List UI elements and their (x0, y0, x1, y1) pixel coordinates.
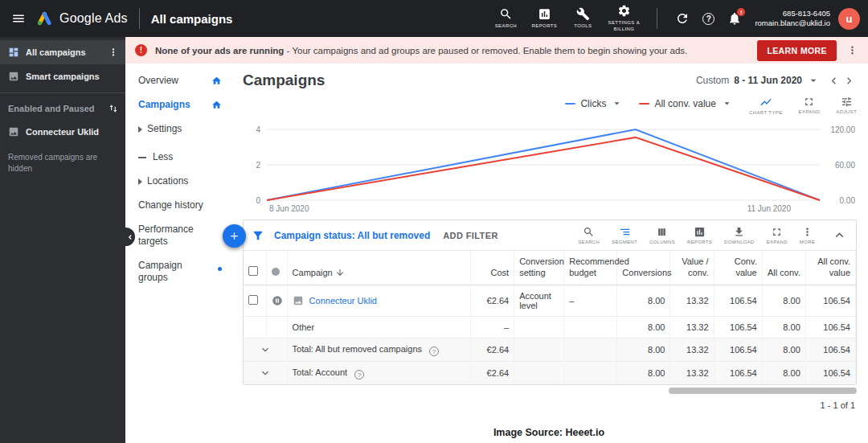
avatar[interactable]: u (838, 8, 860, 30)
cell-recommended-budget: – (564, 285, 617, 316)
menu-icon[interactable] (6, 6, 31, 31)
add-campaign-button[interactable] (223, 224, 246, 248)
row-checkbox[interactable] (248, 295, 258, 305)
chart-plot-svg (267, 125, 820, 202)
learn-more-button[interactable]: LEARN MORE (757, 40, 837, 61)
topbar: Google Ads All campaigns SEARCH REPORTS … (0, 0, 868, 37)
column-conv-value[interactable]: Conv. value (714, 251, 762, 285)
table-row-other: Other – 8.00 13.32 106.54 8.00 106.54 (244, 316, 856, 338)
chart-type-button[interactable]: CHART TYPE (749, 96, 783, 115)
refresh-icon[interactable] (675, 11, 690, 26)
horizontal-scrollbar[interactable] (243, 388, 857, 394)
status-dot-icon[interactable] (272, 268, 280, 276)
paused-status-icon[interactable] (272, 295, 283, 306)
topbar-actions: SEARCH REPORTS TOOLS SETTINGS & BILLING … (486, 2, 860, 35)
cell-cost: €2.64 (471, 285, 514, 316)
campaign-groups-label: Campaign groups (138, 260, 213, 284)
help-icon[interactable]: ? (354, 370, 364, 379)
select-all-checkbox[interactable] (248, 266, 258, 276)
banner-message-rest: - Your campaigns and ad groups are pause… (287, 46, 688, 55)
subnav-item-locations[interactable]: Locations (138, 175, 222, 187)
scrollbar-thumb[interactable] (669, 388, 857, 394)
chevron-right-icon (138, 178, 142, 185)
chevron-down-icon[interactable] (260, 367, 271, 379)
reports-nav-button[interactable]: REPORTS (525, 6, 563, 31)
help-icon[interactable]: ? (429, 347, 439, 356)
column-recommended-budget[interactable]: Recommended budget (564, 251, 617, 285)
cell-all-conv-value: 106.54 (805, 285, 855, 316)
image-source-caption: Image Source: Heeet.io (493, 427, 604, 438)
plus-icon (228, 230, 240, 242)
subnav-item-change-history[interactable]: Change history (138, 199, 222, 211)
column-all-conv-value[interactable]: All conv. value (805, 251, 855, 285)
cell-value-per-conv: 13.32 (670, 285, 714, 316)
chevron-left-icon (126, 233, 134, 241)
subnav-item-performance-targets[interactable]: Performance targets (138, 224, 222, 248)
sidebar-item-smart-campaigns[interactable]: Smart campaigns (0, 64, 125, 88)
more-vert-icon (801, 226, 813, 238)
warning-banner: ! None of your ads are running - Your ca… (125, 37, 868, 64)
google-ads-logo[interactable] (35, 10, 53, 27)
segment-button[interactable]: SEGMENT (612, 226, 637, 244)
subnav-item-campaigns[interactable]: Campaigns (138, 99, 222, 111)
sidebar-item-all-campaigns[interactable]: All campaigns (0, 40, 125, 64)
column-cost[interactable]: Cost (471, 251, 514, 285)
subnav-item-settings[interactable]: Settings (138, 123, 222, 135)
right-tick-mid: 60.00 (835, 161, 855, 170)
settings-billing-nav-label: SETTINGS & BILLING (602, 20, 645, 33)
subnav-item-overview[interactable]: Overview (138, 75, 222, 87)
alert-icon: ! (135, 44, 147, 56)
date-range-picker[interactable]: Custom 8 - 11 Jun 2020 (696, 74, 820, 87)
filter-funnel-icon[interactable] (252, 229, 264, 242)
more-vert-icon[interactable] (108, 47, 119, 58)
change-history-label: Change history (138, 199, 203, 211)
subnav-item-campaign-groups[interactable]: Campaign groups (138, 260, 222, 284)
prev-period-button[interactable] (826, 73, 841, 88)
total-account-label: Total: Account (293, 367, 348, 377)
search-icon (583, 226, 595, 238)
add-filter-button[interactable]: ADD FILTER (443, 231, 498, 240)
column-campaign[interactable]: Campaign (287, 251, 470, 285)
column-conversion-setting[interactable]: Conversion setting (514, 251, 564, 285)
google-ads-app: Google Ads All campaigns SEARCH REPORTS … (0, 0, 868, 443)
more-button[interactable]: MORE (800, 226, 815, 244)
sidebar-divider (0, 92, 125, 93)
search-nav-button[interactable]: SEARCH (486, 6, 525, 31)
download-button[interactable]: DOWNLOAD (724, 226, 755, 244)
columns-button[interactable]: COLUMNS (649, 226, 675, 244)
banner-more-icon[interactable] (845, 43, 860, 58)
adjust-chart-button[interactable]: ADJUST (836, 96, 857, 114)
settings-billing-nav-button[interactable]: SETTINGS & BILLING (602, 2, 645, 35)
sidebar-status-filter[interactable]: Enabled and Paused (0, 97, 125, 120)
table-search-button[interactable]: SEARCH (578, 226, 600, 244)
gear-icon (617, 4, 631, 18)
campaign-link[interactable]: Connecteur Uklid (309, 296, 377, 306)
table-row-total-filtered: Total: All but removed campaigns ? €2.64… (244, 338, 856, 361)
next-period-button[interactable] (841, 73, 857, 88)
column-all-conv[interactable]: All conv. (762, 251, 805, 285)
segment-icon (619, 226, 631, 238)
expand-label: EXPAND (799, 109, 821, 114)
table-reports-button[interactable]: REPORTS (687, 226, 712, 244)
left-tick-bottom: 0 (256, 196, 260, 205)
chevron-down-icon (721, 97, 733, 109)
account-info[interactable]: 685-813-6405 romain.blanc@uklid.io (755, 9, 830, 29)
expand-chart-button[interactable]: EXPAND (799, 96, 821, 114)
collapse-chart-icon[interactable] (833, 228, 846, 242)
chevron-down-icon[interactable] (260, 344, 271, 355)
column-value-per-conv[interactable]: Value / conv. (670, 251, 714, 285)
table-toolbar: SEARCH SEGMENT COLUMNS (578, 226, 815, 244)
expand-table-button[interactable]: EXPAND (767, 226, 788, 244)
metric-selector-1[interactable]: Clicks (565, 96, 623, 109)
tools-nav-button[interactable]: TOOLS (563, 6, 602, 31)
campaign-status-filter[interactable]: Campaign status: All but removed (274, 230, 430, 241)
topbar-divider-2 (657, 8, 657, 29)
subnav-item-less[interactable]: Less (138, 151, 222, 163)
notifications-bell-icon[interactable]: ! (727, 11, 742, 26)
help-icon[interactable]: ? (702, 13, 714, 25)
sidebar-item-connecteur-uklid[interactable]: Connecteur Uklid (0, 120, 125, 144)
sort-icon[interactable] (108, 103, 119, 114)
metric-selector-2[interactable]: All conv. value (639, 96, 732, 109)
page-title: Campaigns (243, 72, 325, 89)
line-chart-icon (760, 96, 772, 109)
